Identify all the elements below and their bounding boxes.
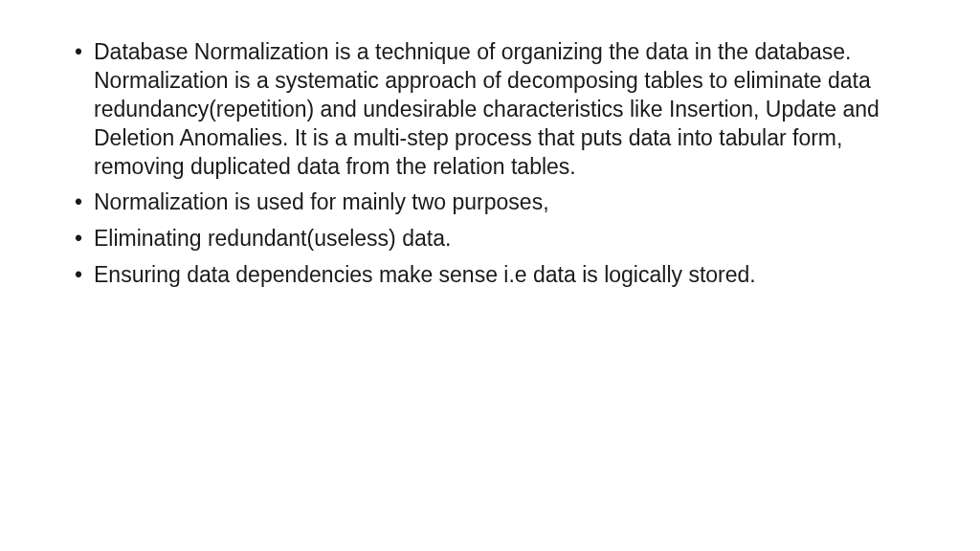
list-item: Ensuring data dependencies make sense i.… (67, 261, 913, 290)
list-item: Database Normalization is a technique of… (67, 38, 913, 181)
list-item: Normalization is used for mainly two pur… (67, 188, 913, 217)
list-item: Eliminating redundant(useless) data. (67, 225, 913, 253)
bullet-list: Database Normalization is a technique of… (67, 38, 913, 290)
